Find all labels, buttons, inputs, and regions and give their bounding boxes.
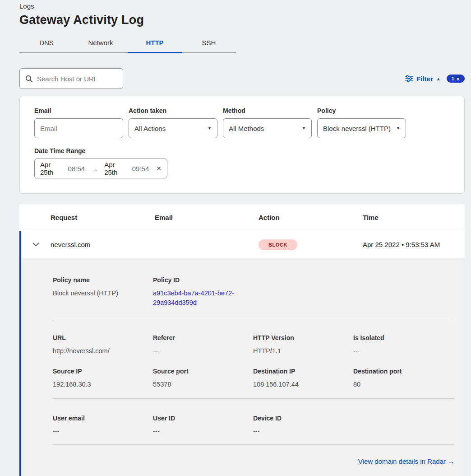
action-filter-value: All Actions: [134, 125, 166, 132]
referer-label: Referer: [153, 334, 253, 341]
policy-filter-group: Policy Block neverssl (HTTP) ▼: [317, 107, 406, 138]
source-ip-value: 192.168.30.3: [53, 380, 153, 389]
range-start-date: Apr 25th: [40, 161, 65, 176]
policy-filter-label: Policy: [317, 107, 406, 114]
tab-ssh[interactable]: SSH: [182, 34, 236, 53]
user-row: User email --- User ID --- Device ID ---: [53, 415, 465, 436]
row-expand-toggle[interactable]: [21, 243, 51, 247]
filter-controls: Filter ▲ 1 x: [405, 75, 465, 83]
filter-icon: [405, 75, 413, 82]
date-range-group: Date Time Range Apr 25th 08:54 → Apr 25t…: [34, 147, 167, 178]
destination-port-field: Destination port 80: [353, 368, 465, 389]
source-ip-field: Source IP 192.168.30.3: [53, 368, 153, 389]
action-filter-select[interactable]: All Actions ▼: [129, 118, 217, 138]
policy-section: Policy name Block neverssl (HTTP) Policy…: [53, 276, 465, 319]
http-version-field: HTTP Version HTTP/1.1: [253, 334, 353, 356]
email-filter-group: Email: [34, 107, 123, 138]
filter-count-badge[interactable]: 1 x: [447, 75, 465, 83]
radar-link[interactable]: View domain details in Radar →: [358, 457, 454, 465]
tab-dns[interactable]: DNS: [19, 34, 74, 53]
column-time: Time: [363, 214, 465, 221]
email-filter-control: [34, 118, 123, 138]
http-version-value: HTTP/1.1: [253, 346, 353, 356]
user-email-value: ---: [53, 427, 153, 436]
tab-http[interactable]: HTTP: [128, 34, 182, 53]
filter-panel: Email Action taken All Actions ▼ Method …: [19, 96, 465, 194]
page-content: Logs Gateway Activity Log DNS Network HT…: [19, 0, 465, 476]
filter-toggle[interactable]: Filter: [416, 75, 433, 83]
date-range-control[interactable]: Apr 25th 08:54 → Apr 25th 09:54 ✕: [34, 159, 167, 178]
tab-network[interactable]: Network: [74, 34, 128, 53]
radar-link-row: View domain details in Radar →: [53, 445, 454, 465]
close-icon[interactable]: ✕: [156, 165, 162, 172]
referer-field: Referer ---: [153, 334, 253, 356]
policy-id-field: Policy ID a91c3eb4-ba7a-4201-be72-29a934…: [153, 276, 465, 308]
source-ip-label: Source IP: [53, 368, 153, 375]
chevron-down-icon: [32, 243, 39, 247]
destination-port-label: Destination port: [353, 368, 465, 375]
search-box[interactable]: [19, 68, 123, 89]
column-action: Action: [259, 214, 363, 221]
range-end-date: Apr 25th: [104, 161, 129, 176]
device-id-value: ---: [253, 427, 353, 436]
user-id-label: User ID: [153, 415, 253, 422]
device-id-field: Device ID ---: [253, 415, 353, 436]
destination-ip-label: Destination IP: [253, 368, 353, 375]
url-field: URL http://neverssl.com/: [53, 334, 153, 356]
search-input[interactable]: [37, 75, 127, 83]
user-id-value: ---: [153, 427, 253, 436]
range-start-time: 08:54: [68, 165, 85, 173]
table-row[interactable]: neverssl.com BLOCK Apr 25 2022 • 9:53:53…: [21, 231, 465, 258]
tab-bar: DNS Network HTTP SSH: [19, 34, 236, 53]
breadcrumb[interactable]: Logs: [19, 0, 465, 10]
table-header: Request Email Action Time: [19, 204, 465, 231]
row-action: BLOCK: [259, 239, 363, 250]
expanded-row-group: neverssl.com BLOCK Apr 25 2022 • 9:53:53…: [19, 231, 465, 476]
device-id-label: Device ID: [253, 415, 353, 422]
policy-filter-value: Block neverssl (HTTP): [323, 125, 391, 132]
action-filter-group: Action taken All Actions ▼: [129, 107, 217, 138]
policy-id-link[interactable]: a91c3eb4-ba7a-4201-be72-29a934dd359d: [153, 289, 239, 308]
source-port-label: Source port: [153, 368, 253, 375]
caret-down-icon: ▼: [396, 126, 400, 131]
method-filter-value: All Methods: [229, 125, 264, 132]
destination-port-value: 80: [353, 380, 465, 389]
email-filter-label: Email: [34, 107, 123, 114]
action-filter-label: Action taken: [129, 107, 217, 114]
range-end-time: 09:54: [132, 165, 149, 173]
policy-name-label: Policy name: [53, 276, 153, 284]
policy-id-label: Policy ID: [153, 276, 465, 284]
filter-fields-row: Email Action taken All Actions ▼ Method …: [34, 107, 450, 138]
url-label: URL: [53, 334, 153, 341]
column-email: Email: [155, 214, 259, 221]
user-id-field: User ID ---: [153, 415, 253, 436]
date-range-label: Date Time Range: [34, 147, 167, 154]
method-filter-select[interactable]: All Methods ▼: [223, 118, 312, 138]
url-value: http://neverssl.com/: [53, 346, 153, 356]
url-row: URL http://neverssl.com/ Referer --- HTT…: [53, 334, 465, 356]
activity-table: Request Email Action Time neverssl.com B…: [19, 204, 465, 476]
destination-ip-value: 108.156.107.44: [253, 380, 353, 389]
search-icon: [25, 75, 33, 83]
page-title: Gateway Activity Log: [19, 13, 465, 27]
date-range-row: Date Time Range Apr 25th 08:54 → Apr 25t…: [34, 147, 450, 178]
http-section: URL http://neverssl.com/ Referer --- HTT…: [53, 319, 465, 399]
row-time: Apr 25 2022 • 9:53:53 AM: [363, 241, 465, 248]
search-filter-row: Filter ▲ 1 x: [19, 68, 465, 89]
policy-name-value: Block neverssl (HTTP): [53, 289, 153, 298]
policy-filter-select[interactable]: Block neverssl (HTTP) ▼: [317, 118, 406, 138]
column-request: Request: [51, 214, 155, 221]
email-filter-input[interactable]: [40, 125, 117, 132]
user-email-field: User email ---: [53, 415, 153, 436]
http-version-label: HTTP Version: [253, 334, 353, 341]
row-request: neverssl.com: [51, 241, 155, 248]
referer-value: ---: [153, 346, 253, 356]
is-isolated-field: Is Isolated ---: [353, 334, 465, 356]
is-isolated-value: ---: [353, 346, 465, 356]
is-isolated-label: Is Isolated: [353, 334, 465, 341]
method-filter-group: Method All Methods ▼: [223, 107, 312, 138]
destination-ip-field: Destination IP 108.156.107.44: [253, 368, 353, 389]
caret-down-icon: ▼: [208, 126, 212, 131]
caret-up-icon[interactable]: ▲: [436, 76, 441, 81]
source-port-field: Source port 55378: [153, 368, 253, 389]
